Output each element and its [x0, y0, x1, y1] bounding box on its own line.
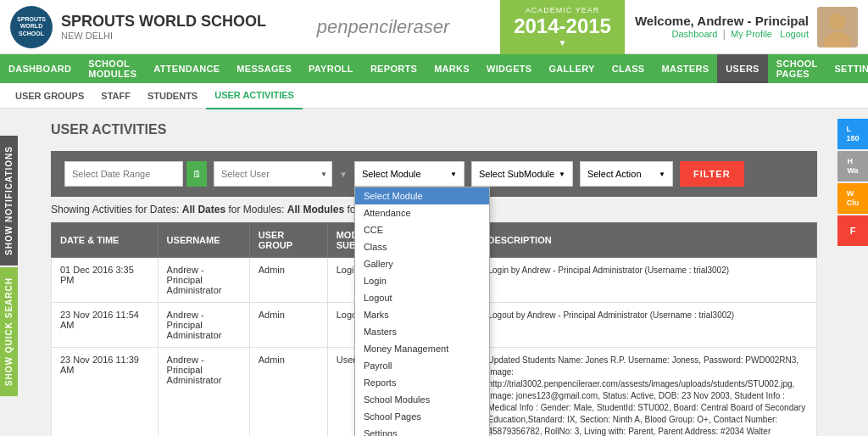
module-item-class[interactable]: Class [355, 238, 489, 255]
module-item-school-pages[interactable]: School Pages [355, 408, 489, 425]
action-select[interactable]: Select Action ▼ [580, 161, 673, 187]
brand-name: penpencileraser [317, 16, 450, 38]
module-item-settings[interactable]: Settings [355, 425, 489, 436]
welcome-area: Welcome, Andrew - Principal Dashboard | … [635, 7, 858, 48]
sub-nav-staff[interactable]: STAFF [92, 83, 139, 109]
module-item-login[interactable]: Login [355, 272, 489, 289]
submodule-select[interactable]: Select SubModule ▼ [471, 161, 573, 187]
svg-point-1 [829, 14, 846, 31]
logo-area: SPROUTSWORLDSCHOOL SPROUTS WORLD SCHOOL … [10, 6, 266, 48]
module-item-school-modules[interactable]: School Modules [355, 391, 489, 408]
sub-nav-user-groups[interactable]: USER GROUPS [7, 83, 92, 109]
side-panel-left: SHOW NOTIFICATIONS SHOW QUICK SEARCH [0, 136, 18, 396]
calendar-icon[interactable]: 🗓 [186, 161, 207, 187]
side-right-w-btn[interactable]: WClu [837, 183, 868, 214]
module-item-marks[interactable]: Marks [355, 306, 489, 323]
show-notifications-btn[interactable]: SHOW NOTIFICATIONS [0, 136, 18, 266]
nav-widgets[interactable]: WIDGETS [478, 54, 540, 83]
submodule-arrow: ▼ [559, 170, 565, 178]
nav-settings[interactable]: SETTINGS [826, 54, 868, 83]
main-content: USER ACTIVITIES 🗓 ▼ Select Module ▼ Sele… [37, 109, 831, 436]
nav-dashboard[interactable]: DASHBOARD [0, 54, 80, 83]
module-item-payroll[interactable]: Payroll [355, 357, 489, 374]
page-title: USER ACTIVITIES [51, 122, 817, 137]
module-item-money[interactable]: Money Management [355, 340, 489, 357]
module-item-cce[interactable]: CCE [355, 221, 489, 238]
academic-year: 2014-2015 [514, 14, 611, 38]
cell-usergroup: Admin [249, 348, 327, 437]
module-dropdown-open: Select Module Attendance CCE Class Galle… [354, 187, 490, 436]
nav-gallery[interactable]: GALLERY [540, 54, 603, 83]
col-username: USERNAME [158, 223, 249, 258]
main-nav: DASHBOARD SCHOOL MODULES ATTENDANCE MESS… [0, 54, 868, 83]
cell-datetime: 01 Dec 2016 3:35 PM [52, 258, 159, 303]
cell-usergroup: Admin [249, 258, 327, 303]
nav-school-modules[interactable]: SCHOOL MODULES [80, 54, 145, 83]
nav-class[interactable]: CLASS [604, 54, 654, 83]
date-range-input[interactable] [64, 161, 183, 187]
cell-description: Logout by Andrew - Principal Administrat… [479, 303, 817, 348]
dashboard-link[interactable]: Dashboard [671, 29, 717, 39]
academic-label: ACADEMIC YEAR [514, 6, 611, 14]
header: SPROUTSWORLDSCHOOL SPROUTS WORLD SCHOOL … [0, 0, 868, 54]
cell-description: Updated Students Name: Jones R.P. Userna… [479, 348, 817, 437]
sub-nav-students[interactable]: STUDENTS [139, 83, 206, 109]
module-item-attendance[interactable]: Attendance [355, 204, 489, 221]
nav-messages[interactable]: MESSAGES [228, 54, 300, 83]
cell-datetime: 23 Nov 2016 11:54 AM [52, 303, 159, 348]
module-item-select[interactable]: Select Module [355, 187, 489, 204]
brand-logo: penpencileraser [317, 16, 450, 38]
nav-payroll[interactable]: PAYROLL [300, 54, 362, 83]
cell-usergroup: Admin [249, 303, 327, 348]
module-select-arrow: ▼ [450, 170, 457, 178]
welcome-name: Welcome, Andrew - Principal [635, 14, 809, 28]
action-arrow: ▼ [659, 170, 665, 178]
side-right-l-btn[interactable]: L180 [837, 119, 868, 149]
side-panel-right: L180 HWa WClu F [837, 119, 868, 246]
col-description: DESCRIPTION [479, 223, 817, 258]
user-select-wrapper [214, 161, 332, 187]
nav-marks[interactable]: MARKS [426, 54, 478, 83]
nav-school-pages[interactable]: SCHOOL PAGES [768, 54, 826, 83]
welcome-links: Dashboard | My Profile Logout [635, 28, 809, 40]
showing-dates: All Dates [182, 204, 225, 215]
col-usergroup: USER GROUP [249, 223, 327, 258]
side-right-h-btn[interactable]: HWa [837, 151, 868, 182]
school-name-main: SPROUTS WORLD SCHOOL [61, 13, 266, 31]
header-center: penpencileraser [266, 16, 500, 38]
side-right-f-btn[interactable]: F [837, 215, 868, 246]
showing-modules: All Modules [287, 204, 344, 215]
avatar [817, 7, 858, 48]
user-dropdown-arrow: ▼ [339, 170, 348, 179]
action-select-value: Select Action [587, 169, 642, 179]
academic-arrow: ▼ [514, 38, 611, 48]
school-name: SPROUTS WORLD SCHOOL NEW DELHI [61, 13, 266, 41]
filter-bar: 🗓 ▼ Select Module ▼ Select Module Attend… [51, 151, 817, 197]
show-quick-search-btn[interactable]: SHOW QUICK SEARCH [0, 267, 18, 396]
my-profile-link[interactable]: My Profile [731, 29, 772, 39]
module-item-reports[interactable]: Reports [355, 374, 489, 391]
school-location: NEW DELHI [61, 31, 266, 41]
academic-year-box: ACADEMIC YEAR 2014-2015 ▼ [500, 0, 625, 54]
sub-nav-user-activities[interactable]: USER ACTIVITIES [206, 82, 303, 109]
filter-button[interactable]: FILTER [680, 161, 744, 187]
module-item-logout[interactable]: Logout [355, 289, 489, 306]
module-dropdown-container: Select Module ▼ Select Module Attendance… [354, 161, 465, 187]
user-input[interactable] [214, 161, 332, 187]
cell-description: Login by Andrew - Principal Administrato… [479, 258, 817, 303]
nav-reports[interactable]: REPORTS [362, 54, 426, 83]
cell-datetime: 23 Nov 2016 11:39 AM [52, 348, 159, 437]
nav-users[interactable]: USERS [717, 54, 767, 83]
module-select[interactable]: Select Module ▼ [354, 161, 465, 187]
module-item-gallery[interactable]: Gallery [355, 255, 489, 272]
logout-link[interactable]: Logout [780, 29, 809, 39]
sub-nav: USER GROUPS STAFF STUDENTS USER ACTIVITI… [0, 83, 868, 109]
submodule-select-value: Select SubModule [479, 169, 554, 179]
nav-masters[interactable]: MASTERS [653, 54, 717, 83]
module-select-value: Select Module [362, 169, 421, 179]
welcome-text: Welcome, Andrew - Principal Dashboard | … [635, 14, 809, 40]
module-item-masters[interactable]: Masters [355, 323, 489, 340]
cell-username: Andrew - PrincipalAdministrator [158, 303, 249, 348]
cell-username: Andrew - PrincipalAdministrator [158, 348, 249, 437]
nav-attendance[interactable]: ATTENDANCE [145, 54, 228, 83]
